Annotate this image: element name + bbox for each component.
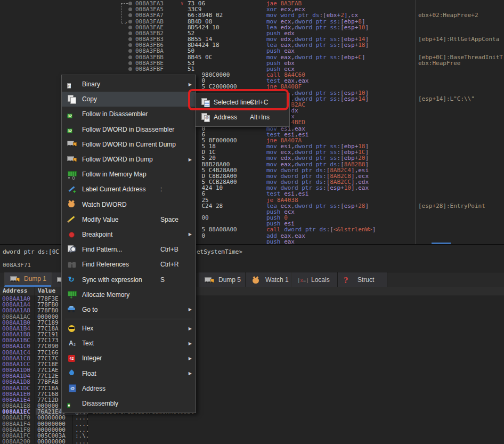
dump-row[interactable]: 008AA1F400000000.... <box>0 421 504 427</box>
dump-address: 008AA1C4 <box>2 350 30 356</box>
menu-item-label: Disassembly <box>82 400 118 407</box>
menu-item-follow-dword-in-dump[interactable]: Follow DWORD in Dump▶ <box>62 152 196 167</box>
breakpoint-dot-icon[interactable] <box>128 31 132 35</box>
disasm-row[interactable]: 008A3FA373 06jae 8A3FAB <box>0 1 504 6</box>
menu-item-disassembly[interactable]: ■Disassembly <box>62 396 196 411</box>
breakpoint-dot-icon[interactable] <box>128 20 132 23</box>
submenu-arrow-icon: ▶ <box>189 326 192 331</box>
float-icon <box>67 369 77 378</box>
menu-item-label: Watch DWORD <box>82 201 127 208</box>
disasm-instruction: mov eax,dword ptr ss:[ebp+C] <box>266 54 365 60</box>
submenu-arrow-icon: ▶ <box>189 371 192 376</box>
breakpoint-dot-icon[interactable] <box>128 55 132 59</box>
menu-item-shortcut: S <box>160 276 165 284</box>
submenu-arrow-icon: ▶ <box>189 232 192 237</box>
status-resolved-symbol-text: etSystemTime> <box>197 249 242 255</box>
tab-label: Locals <box>311 276 330 284</box>
breakpoint-dot-icon[interactable] <box>128 2 132 5</box>
column-header-value: Value <box>38 288 55 294</box>
menu-item-shortcut: Ctrl+B <box>160 246 178 253</box>
breakpoint-dot-icon[interactable] <box>128 13 132 17</box>
dump-address: 008AA1F0 <box>2 415 30 421</box>
breakpoint-dot-icon[interactable] <box>128 61 132 65</box>
label-icon: + <box>67 185 77 194</box>
tab-watch-1[interactable]: Watch 1 <box>246 272 291 287</box>
integer-icon: 42 <box>67 354 77 363</box>
menu-item-shortcut: : <box>160 185 162 193</box>
tab-label: Watch 1 <box>265 276 289 284</box>
pencil-icon <box>67 215 77 224</box>
cat-icon <box>67 200 77 209</box>
truck-icon <box>67 140 77 149</box>
dump-value: 77BFAB <box>37 379 59 385</box>
menu-item-follow-dword-in-current-dump[interactable]: Follow DWORD in Current Dump <box>62 137 196 152</box>
submenu-item-shortcut: Ctrl+C <box>250 99 268 106</box>
menu-item-label: Copy <box>82 95 97 103</box>
menu-item-label: Follow in Disassembler <box>82 110 148 118</box>
tab-label: Struct <box>357 276 374 284</box>
menu-separator <box>65 319 192 319</box>
disasm-row[interactable]: 008A3FB68D4424 18lea eax,dword ptr ss:[e… <box>0 42 504 48</box>
tab-dump-5[interactable]: Dump 5 <box>199 272 246 287</box>
dump-row[interactable]: 008AA1F000000000.... <box>0 415 504 421</box>
menu-item-float[interactable]: Float▶ <box>62 366 196 381</box>
menu-item-watch-dword[interactable]: Watch DWORD <box>62 197 196 212</box>
horizontal-scrollbar-thumb[interactable] <box>432 243 451 244</box>
menu-item-modify-value[interactable]: Modify ValueSpace <box>62 212 196 227</box>
disasm-row[interactable]: 008A3FAE8D5424 10lea edx,dword ptr ss:[e… <box>0 25 504 30</box>
menu-item-follow-dword-in-disassembler[interactable]: 32Follow DWORD in Disassembler <box>62 122 196 137</box>
menu-item-hex[interactable]: Hex▶ <box>62 321 196 336</box>
disasm-row[interactable]: 008A3FBE53push ebxebx:HeapFree <box>0 60 504 66</box>
copy-icon <box>67 95 77 104</box>
status-current-address: 008A3F71 <box>3 262 31 268</box>
submenu-item-address[interactable]: @AddressAlt+Ins <box>196 110 289 125</box>
disasm-row[interactable]: 008A3FB252push edx <box>0 30 504 36</box>
dump-ascii: .... <box>75 439 90 444</box>
menu-item-follow-in-memory-map[interactable]: Follow in Memory Map <box>62 167 196 182</box>
menu-item-find-references[interactable]: Find ReferencesCtrl+R <box>62 257 196 272</box>
menu-item-breakpoint[interactable]: Breakpoint▶ <box>62 227 196 242</box>
breakpoint-dot-icon[interactable] <box>128 43 132 47</box>
locals-icon: |x=| <box>297 276 307 284</box>
submenu-item-selected-lines[interactable]: Selected linesCtrl+C <box>196 95 289 110</box>
truck-icon <box>10 275 20 282</box>
disasm-address: 008A3FA7 <box>135 12 164 18</box>
dump-value: 778FB0 <box>37 308 59 313</box>
menu-item-copy[interactable]: Copy <box>62 92 196 107</box>
disasm-bytes: 8B45 0C <box>188 54 212 60</box>
submenu-arrow-icon: ▶ <box>189 82 192 87</box>
disasm-row[interactable]: 008A3FB38B55 14mov edx,dword ptr ss:[ebp… <box>0 36 504 42</box>
menu-item-label-current-address[interactable]: +Label Current Address: <box>62 182 196 197</box>
menu-item-binary[interactable]: 01 10Binary▶ <box>62 77 196 92</box>
disasm-row[interactable]: 008A3FA533C9xor ecx,ecx <box>0 6 504 12</box>
breakpoint-dot-icon[interactable] <box>128 7 132 11</box>
disasm-row[interactable]: 008A3FBF51push ecx <box>0 66 504 72</box>
disasm-row[interactable]: 008A3FA766:894B 02mov word ptr ds:[ebx+2… <box>0 12 504 18</box>
breakpoint-dot-icon[interactable] <box>128 49 132 53</box>
menu-item-label: Modify Value <box>82 216 118 223</box>
menu-item-allocate-memory[interactable]: +Allocate Memory <box>62 287 196 302</box>
disasm-row[interactable]: 008A3FBB8B45 0Cmov eax,dword ptr ss:[ebp… <box>0 54 504 60</box>
disasm-row[interactable]: 008A3FBA50push eax <box>0 48 504 54</box>
dump-row[interactable]: 008AA20000000000.... <box>0 439 504 444</box>
breakpoint-dot-icon[interactable] <box>128 26 132 29</box>
menu-item-integer[interactable]: 42Integer▶ <box>62 351 196 366</box>
tab-locals[interactable]: |x=|Locals <box>291 272 338 287</box>
menu-item-address[interactable]: @Address <box>62 381 196 396</box>
breakpoint-dot-icon[interactable] <box>128 67 132 71</box>
disasm-address: 008A3FBB <box>135 54 164 60</box>
binoculars-icon <box>67 260 77 269</box>
dump-address: 008AA200 <box>2 439 30 444</box>
jump-line-icon <box>121 3 128 4</box>
menu-item-follow-in-disassembler[interactable]: 32Follow in Disassembler <box>62 107 196 122</box>
submenu-item-label: Address <box>214 114 237 121</box>
disasm-row[interactable]: 008A3FAB8B4D 08mov ecx,dword ptr ss:[ebp… <box>0 19 504 25</box>
menu-item-find-pattern[interactable]: Find Pattern...Ctrl+B <box>62 242 196 257</box>
menu-item-sync-with-expression[interactable]: ↻Sync with expressionS <box>62 272 196 287</box>
status-operand-text: dword ptr ds:[0C <box>3 249 59 255</box>
tab-struct[interactable]: ?Struct <box>338 272 387 287</box>
menu-item-text[interactable]: A2Text▶ <box>62 336 196 351</box>
dump-address: 008AA1DC <box>2 385 30 391</box>
menu-item-go-to[interactable]: Go to▶ <box>62 302 196 317</box>
breakpoint-dot-icon[interactable] <box>128 37 132 41</box>
